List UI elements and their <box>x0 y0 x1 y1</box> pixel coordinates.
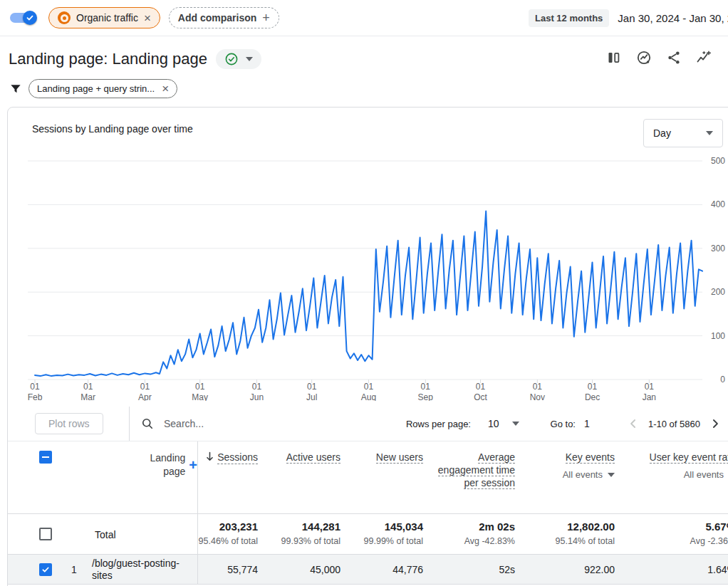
svg-text:Feb: Feb <box>28 392 43 401</box>
goto-label: Go to: <box>551 419 576 429</box>
header-sessions: Sessions <box>197 441 266 513</box>
date-range-cluster: Last 12 months Jan 30, 2024 - Jan 30, 20… <box>529 0 728 36</box>
svg-text:May: May <box>192 392 208 401</box>
svg-text:01: 01 <box>30 382 40 392</box>
total-sessions: 203,23195.46% of total <box>197 514 266 554</box>
svg-text:400: 400 <box>711 199 725 209</box>
filter-row: Landing page + query strin... × <box>9 79 719 98</box>
svg-text:01: 01 <box>307 382 317 392</box>
new-users-column-label[interactable]: New users <box>376 451 423 464</box>
header-new-users: New users <box>349 441 432 513</box>
header-active-users: Active users <box>266 441 349 513</box>
analytics-intelligence-sparkline-icon[interactable] <box>695 49 712 66</box>
row-checkbox-cell <box>8 555 58 584</box>
segment-color-icon <box>58 11 71 24</box>
user-key-event-rate-column-label[interactable]: User key event rate <box>650 451 728 464</box>
table-header-row: Landing page + Sessions Active users New… <box>8 441 728 514</box>
svg-text:Nov: Nov <box>530 392 545 401</box>
add-comparison-button[interactable]: Add comparison + <box>169 7 279 28</box>
date-preset-badge: Last 12 months <box>529 9 609 27</box>
chart-card-header: Sessions by Landing page over time Day <box>8 108 728 150</box>
header-dimension-cell: Landing page + <box>90 441 197 513</box>
rows-per-page-value[interactable]: 10 <box>488 418 499 429</box>
page-title: Landing page: Landing page <box>9 50 207 68</box>
active-users-column-label[interactable]: Active users <box>286 451 340 464</box>
svg-text:Sep: Sep <box>418 392 434 401</box>
table-row[interactable]: 1 /blog/guest-posting-sites 55,774 45,00… <box>8 555 728 585</box>
comparison-toggle[interactable] <box>9 9 37 26</box>
svg-text:500: 500 <box>711 156 725 166</box>
svg-text:01: 01 <box>140 382 150 392</box>
key-events-column-label[interactable]: Key events <box>566 451 615 464</box>
report-action-icons <box>605 49 712 66</box>
report-status-dropdown[interactable] <box>216 49 261 69</box>
granularity-select[interactable]: Day <box>643 119 723 147</box>
header-user-key-event-rate: User key event rate All events <box>623 441 728 513</box>
svg-text:Dec: Dec <box>585 392 600 401</box>
date-range-selector[interactable]: Jan 30, 2024 - Jan 30, 2025 <box>618 12 728 24</box>
segment-chip-organic-traffic[interactable]: Organic traffic × <box>48 7 160 28</box>
toggle-thumb-check-icon <box>23 11 37 25</box>
add-dimension-icon[interactable]: + <box>189 458 197 472</box>
plot-rows-button[interactable]: Plot rows <box>35 413 103 434</box>
header-key-events: Key events All events <box>524 441 623 513</box>
filter-chip[interactable]: Landing page + query strin... × <box>28 79 177 98</box>
total-active-users: 144,28199.93% of total <box>266 514 349 554</box>
previous-page-icon[interactable] <box>625 416 641 431</box>
select-all-checkbox-indeterminate[interactable] <box>39 451 52 464</box>
search-icon <box>140 417 155 431</box>
insights-icon[interactable] <box>635 49 652 66</box>
header-checkbox-cell <box>8 441 58 513</box>
row-checkbox-checked[interactable] <box>39 563 52 576</box>
total-avg-engagement: 2m 02sAvg -42.83% <box>432 514 524 554</box>
row-active-users: 45,000 <box>266 555 349 584</box>
dimension-column-label[interactable]: Landing page <box>141 451 185 478</box>
total-user-key-event-rate: 5.67%Avg -2.36% <box>623 514 728 554</box>
row-avg-engagement: 52s <box>432 555 524 584</box>
svg-text:01: 01 <box>533 382 543 392</box>
remove-filter-icon[interactable]: × <box>162 83 169 95</box>
filter-chip-label: Landing page + query strin... <box>37 83 155 94</box>
svg-text:Jan: Jan <box>643 392 656 401</box>
svg-text:01: 01 <box>588 382 598 392</box>
edit-comparisons-icon[interactable] <box>605 49 623 66</box>
rows-per-page-caret-icon[interactable] <box>512 422 519 426</box>
user-key-event-rate-filter-dropdown[interactable]: All events <box>628 469 728 481</box>
sort-descending-icon[interactable] <box>205 451 214 462</box>
total-checkbox-cell <box>8 514 58 554</box>
goto-page-input[interactable] <box>583 417 607 430</box>
data-quality-check-icon <box>224 52 239 66</box>
svg-text:01: 01 <box>83 382 93 392</box>
avg-engagement-column-label[interactable]: Average engagement time per session <box>438 451 515 489</box>
plus-icon: + <box>262 11 270 24</box>
svg-text:Apr: Apr <box>138 392 152 401</box>
svg-text:01: 01 <box>645 382 655 392</box>
row-user-key-event-rate: 1.64% <box>623 555 728 584</box>
sessions-column-label[interactable]: Sessions <box>217 451 258 464</box>
granularity-value: Day <box>653 127 671 139</box>
filter-funnel-icon[interactable] <box>9 82 23 96</box>
total-new-users: 145,03499.99% of total <box>349 514 432 554</box>
sessions-report-card: Sessions by Landing page over time Day 0… <box>7 107 728 586</box>
key-events-filter-dropdown[interactable]: All events <box>528 469 615 481</box>
svg-text:Mar: Mar <box>80 392 95 401</box>
row-landing-page[interactable]: /blog/guest-posting-sites <box>90 555 197 584</box>
svg-text:Jun: Jun <box>250 392 264 401</box>
svg-text:01: 01 <box>421 382 431 392</box>
share-icon[interactable] <box>665 49 682 66</box>
search-input[interactable] <box>162 417 329 430</box>
svg-text:Jul: Jul <box>306 392 317 401</box>
total-row-checkbox[interactable] <box>39 528 52 540</box>
table-search <box>140 407 329 441</box>
chart-title: Sessions by Landing page over time <box>32 123 193 135</box>
svg-text:100: 100 <box>711 331 725 341</box>
report-header: Landing page: Landing page <box>0 36 728 103</box>
remove-segment-icon[interactable]: × <box>144 12 151 24</box>
total-index-cell <box>58 514 90 554</box>
next-page-icon[interactable] <box>707 416 723 431</box>
svg-text:Oct: Oct <box>474 392 487 401</box>
svg-text:200: 200 <box>711 287 725 297</box>
table-controls: Plot rows Rows per page: 10 Go to: 1-10 … <box>8 407 728 441</box>
title-row: Landing page: Landing page <box>9 45 719 73</box>
chevron-down-icon <box>246 57 253 61</box>
